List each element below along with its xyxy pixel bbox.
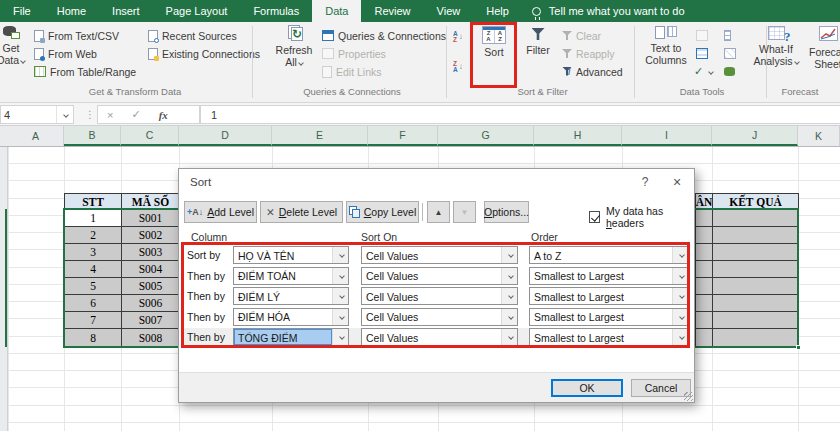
data-validation-button[interactable]: ✓ — [694, 63, 713, 80]
cell-b6[interactable]: 3 — [64, 243, 122, 261]
cell-c7[interactable]: S004 — [121, 260, 180, 278]
sort-on-dropdown-3[interactable]: Cell Values — [361, 287, 518, 305]
cell-right[interactable] — [712, 243, 799, 261]
forecast-sheet-button[interactable]: Forecas Sheet — [802, 24, 840, 70]
copy-level-button[interactable]: Copy Level — [346, 201, 419, 223]
cell-c8[interactable]: S005 — [121, 277, 180, 295]
cell-right[interactable] — [712, 226, 799, 244]
tell-me-box[interactable]: Tell me what you want to do — [522, 0, 685, 22]
advanced-filter-button[interactable]: / Advanced — [562, 63, 623, 80]
column-header-h[interactable]: H — [534, 126, 622, 146]
tab-insert[interactable]: Insert — [99, 0, 153, 22]
fill-handle[interactable] — [796, 345, 801, 350]
add-level-button[interactable]: +A↓ Add Level — [184, 201, 257, 223]
queries-connections-button[interactable]: Queries & Connections — [322, 27, 446, 44]
table-header-ket-qua[interactable]: KẾT QUẢ — [712, 193, 799, 210]
sort-za-button[interactable]: ZA↓ — [453, 58, 463, 75]
cell-right[interactable] — [695, 209, 713, 227]
tab-review[interactable]: Review — [361, 0, 423, 22]
column-header-a[interactable]: A — [8, 126, 64, 146]
cell-c10[interactable]: S007 — [121, 311, 180, 329]
tab-formulas[interactable]: Formulas — [240, 0, 312, 22]
cell-right[interactable] — [695, 226, 713, 244]
formula-bar-handle[interactable]: ⋮ — [85, 109, 95, 120]
consolidate-button[interactable] — [724, 63, 735, 80]
from-web-button[interactable]: From Web — [34, 45, 97, 62]
what-if-analysis-button[interactable]: ? What-If Analysis — [752, 24, 800, 67]
resize-grip-icon[interactable] — [684, 392, 693, 401]
sort-on-dropdown-5[interactable]: Cell Values — [361, 328, 518, 346]
sort-az-button[interactable]: AZ↓ — [453, 28, 463, 45]
existing-connections-button[interactable]: Existing Connections — [148, 45, 260, 62]
cell-right[interactable] — [712, 277, 799, 295]
help-icon[interactable]: ? — [630, 169, 660, 195]
cell-right[interactable] — [695, 260, 713, 278]
from-table-range-button[interactable]: From Table/Range — [34, 63, 136, 80]
move-up-button[interactable]: ▲ — [427, 201, 450, 223]
column-dropdown-1[interactable]: HỌ VÀ TÊN — [233, 246, 349, 264]
ok-button[interactable]: OK — [551, 379, 623, 397]
cell-right[interactable] — [695, 294, 713, 312]
confirm-entry-icon[interactable]: ✓ — [122, 108, 149, 121]
get-data-button[interactable]: Get Data — [0, 24, 32, 66]
tab-help[interactable]: Help — [473, 0, 522, 22]
name-box[interactable]: 4 — [0, 105, 74, 124]
insert-function-icon[interactable]: fx — [150, 109, 177, 121]
cell-right[interactable] — [695, 277, 713, 295]
cell-right[interactable] — [712, 328, 799, 347]
cell-b11[interactable]: 8 — [64, 328, 122, 347]
column-header-i[interactable]: I — [622, 126, 712, 146]
cell-right[interactable] — [695, 311, 713, 329]
cell-right[interactable] — [712, 209, 799, 227]
column-header-j[interactable]: J — [712, 126, 798, 146]
cell-b8[interactable]: 5 — [64, 277, 122, 295]
sort-button[interactable]: ZA AZ Sort — [474, 26, 514, 58]
order-dropdown-2[interactable]: Smallest to Largest — [529, 267, 689, 285]
dialog-title-bar[interactable]: Sort ? × — [179, 169, 694, 195]
tab-view[interactable]: View — [424, 0, 474, 22]
sort-on-dropdown-2[interactable]: Cell Values — [361, 267, 518, 285]
text-to-columns-button[interactable]: Text to Columns — [640, 24, 692, 66]
table-header-ma-so[interactable]: MÃ SỐ — [121, 193, 180, 210]
delete-level-button[interactable]: ✕ Delete Level — [260, 201, 343, 223]
refresh-all-button[interactable]: ↻ Refresh All — [272, 24, 316, 68]
remove-duplicates-button[interactable] — [696, 45, 708, 62]
relationships-button[interactable] — [724, 45, 736, 62]
order-dropdown-3[interactable]: Smallest to Largest — [529, 287, 689, 305]
recent-sources-button[interactable]: Recent Sources — [148, 27, 237, 44]
filter-button[interactable]: Filter — [518, 26, 558, 56]
cell-b5[interactable]: 2 — [64, 226, 122, 244]
cell-right[interactable] — [712, 294, 799, 312]
options-button[interactable]: Options... — [484, 201, 529, 223]
tab-data[interactable]: Data — [312, 0, 361, 22]
column-header-k[interactable]: K — [798, 126, 840, 146]
cell-c4[interactable]: S001 — [121, 209, 180, 227]
column-dropdown-3[interactable]: ĐIỂM LÝ — [233, 287, 349, 305]
cell-b7[interactable]: 4 — [64, 260, 122, 278]
cancel-entry-icon[interactable]: × — [98, 109, 122, 121]
cell-b10[interactable]: 7 — [64, 311, 122, 329]
formula-input[interactable]: 1 — [200, 105, 840, 124]
sort-on-dropdown-4[interactable]: Cell Values — [361, 308, 518, 326]
column-dropdown-5[interactable]: TỔNG ĐIỂM — [233, 328, 349, 346]
cell-right[interactable] — [712, 260, 799, 278]
column-header-g[interactable]: G — [438, 126, 534, 146]
cell-b9[interactable]: 6 — [64, 294, 122, 312]
cancel-button[interactable]: Cancel — [631, 379, 691, 397]
order-dropdown-5[interactable]: Smallest to Largest — [529, 328, 689, 346]
cell-right[interactable] — [695, 243, 713, 261]
cell-c6[interactable]: S003 — [121, 243, 180, 261]
name-box-dropdown[interactable] — [56, 106, 73, 123]
column-dropdown-2[interactable]: ĐIỂM TOÁN — [233, 267, 349, 285]
cell-right[interactable] — [695, 328, 713, 347]
close-icon[interactable]: × — [662, 169, 692, 195]
column-header-b[interactable]: B — [64, 126, 121, 146]
cell-right[interactable] — [712, 311, 799, 329]
cell-c11[interactable]: S008 — [121, 328, 180, 347]
sort-on-dropdown-1[interactable]: Cell Values — [361, 246, 518, 264]
cell-b4-active[interactable]: 1 — [64, 209, 122, 227]
cell-c9[interactable]: S006 — [121, 294, 180, 312]
table-header-stt[interactable]: STT — [64, 193, 122, 210]
tab-home[interactable]: Home — [44, 0, 99, 22]
insert-column-button[interactable] — [724, 27, 731, 44]
